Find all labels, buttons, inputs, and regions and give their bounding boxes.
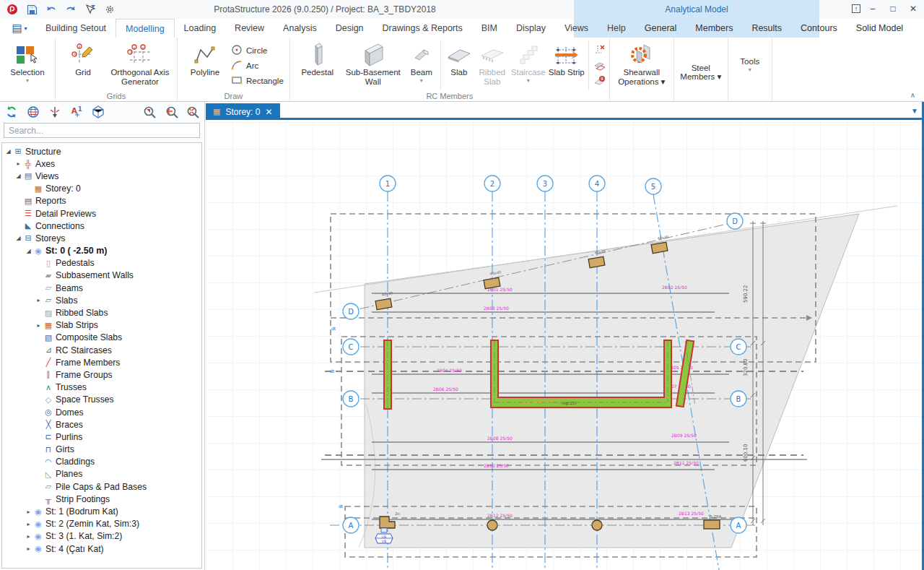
zoom-extents-icon[interactable] [186, 105, 200, 119]
pedestal-button[interactable]: Pedestal [294, 40, 341, 77]
arc-button[interactable]: Arc [229, 58, 286, 73]
tree-item-structure[interactable]: ◢⊞Structure [2, 145, 201, 157]
slab-button[interactable]: Slab [443, 40, 475, 77]
drawing-canvas-area[interactable]: ▦ Storey: 0 ✕ ▼ [206, 102, 924, 570]
collapsed-icon[interactable]: ▸ [25, 521, 32, 527]
tree-item-connections[interactable]: ◣Connections [2, 220, 201, 232]
grid-button[interactable]: Grid [59, 40, 107, 77]
minimize-button[interactable]: – [865, 1, 881, 16]
tab-display[interactable]: Display [507, 19, 555, 38]
tab-list-dropdown-icon[interactable]: ▼ [911, 107, 918, 115]
steel-members-button[interactable]: Steel Members ▾ [678, 40, 724, 87]
tab-bim[interactable]: BIM [472, 19, 507, 38]
collapsed-icon[interactable]: ▸ [35, 297, 43, 303]
redo-icon[interactable] [64, 3, 77, 16]
tree-item-planes[interactable]: ◺Planes [2, 468, 201, 480]
tree-item-braces[interactable]: ╳Braces [2, 418, 201, 431]
tree-item-ribbed-slabs[interactable]: ▨Ribbed Slabs [2, 306, 201, 319]
tree-item-pile-caps-pad-bases[interactable]: ▱Pile Caps & Pad Bases [2, 480, 201, 493]
tree-item-detail-previews[interactable]: ☰Detail Previews [2, 207, 201, 220]
zoom-window-icon[interactable] [143, 105, 157, 119]
save-icon[interactable] [25, 3, 38, 16]
expanded-icon[interactable]: ◢ [14, 173, 22, 179]
tab-drawings-reports[interactable]: Drawings & Reports [373, 19, 472, 38]
tree-item-st-2-zemin-kat-sim-3-[interactable]: ▸◉St: 2 (Zemin Kat, Sim:3) [2, 518, 201, 530]
tab-building-setout[interactable]: Building Setout [36, 19, 116, 38]
tree-item-reports[interactable]: ▤Reports [2, 195, 201, 207]
tree-item-frame-groups[interactable]: ∥Frame Groups [2, 368, 201, 381]
tree-item-frame-members[interactable]: ╱Frame Members [2, 356, 201, 368]
tab-general[interactable]: General [635, 19, 686, 38]
collapsed-icon[interactable]: ▸ [35, 322, 43, 329]
polyline-button[interactable]: Polyline [181, 40, 229, 77]
tree-item-girts[interactable]: ⊓Girts [2, 444, 201, 456]
tree-item-storey-0[interactable]: ▦Storey: 0 [2, 183, 201, 195]
plan-drawing[interactable]: 590.22 320.80 600.10 2B01 25/502B02 25/5… [206, 122, 924, 570]
tree-item-strip-footings[interactable]: ╥Strip Footings [2, 493, 201, 505]
close-button[interactable]: ✕ [905, 1, 921, 16]
tree-item-trusses[interactable]: ∧Trusses [2, 381, 201, 394]
tree-item-axes[interactable]: ▸╬Axes [2, 157, 201, 170]
select-filter-icon[interactable] [84, 3, 97, 16]
shearwall-operations-button[interactable]: Shearwall Operations ▾ [614, 40, 670, 86]
tree-item-st-3-1-kat-sim-2-[interactable]: ▸◉St: 3 (1. Kat, Sim:2) [2, 530, 201, 543]
tree-item-composite-slabs[interactable]: ▧Composite Slabs [2, 332, 201, 344]
tree-item-rc-staircases[interactable]: ⊿RC Staircases [2, 344, 201, 356]
tab-analysis[interactable]: Analysis [274, 19, 326, 38]
ribbon-collapse-icon[interactable]: ∧ [910, 91, 915, 99]
tree-item-domes[interactable]: ◎Domes [2, 406, 201, 418]
tab-results[interactable]: Results [742, 19, 791, 38]
selection-button[interactable]: Selection▾ [4, 40, 51, 84]
refresh-icon[interactable] [4, 105, 18, 119]
tab-members[interactable]: Members [686, 19, 742, 38]
collapsed-icon[interactable]: ▸ [25, 533, 32, 540]
tab-loading[interactable]: Loading [175, 19, 226, 38]
tree-item-st-4-at-kat-[interactable]: ▸◉St: 4 (Çatı Kat) [2, 543, 201, 555]
tab-design[interactable]: Design [326, 19, 373, 38]
collapsed-icon[interactable]: ▸ [25, 545, 32, 552]
tree-item-beams[interactable]: ▱Beams [2, 282, 201, 294]
close-tab-icon[interactable]: ✕ [265, 107, 272, 117]
rectangle-button[interactable]: Rectangle [229, 73, 286, 88]
tree-item-st-0-2-50-m-[interactable]: ◢◉St: 0 ( -2.50 m) [2, 245, 201, 257]
undo-icon[interactable] [45, 3, 58, 16]
app-logo-icon[interactable] [6, 3, 19, 16]
expanded-icon[interactable]: ◢ [25, 248, 32, 254]
tree-item-views[interactable]: ◢▤Views [2, 170, 201, 182]
tab-modelling[interactable]: Modelling [116, 19, 175, 38]
beam-button[interactable]: Beam▾ [405, 40, 438, 84]
tree-item-claddings[interactable]: ◠Claddings [2, 456, 201, 468]
orthogonal-axis-generator-button[interactable]: Orthogonal Axis Generator [107, 40, 173, 86]
application-menu-button[interactable]: ▤▾ [3, 19, 36, 38]
slab-strip-button[interactable]: Slab Strip [547, 40, 586, 77]
circle-button[interactable]: Circle [229, 43, 286, 58]
tab-solid-model[interactable]: Solid Model [847, 19, 912, 38]
view-tab-storey-0[interactable]: ▦ Storey: 0 ✕ [206, 103, 280, 120]
collapsed-icon[interactable]: ▸ [25, 509, 32, 515]
sub-basement-wall-button[interactable]: Sub-Basement Wall [341, 40, 405, 86]
maximize-button[interactable]: □ [885, 1, 901, 16]
tree-item-slab-strips[interactable]: ▸▦Slab Strips [2, 319, 201, 332]
view-cube-icon[interactable] [91, 105, 105, 119]
settings-gear-icon[interactable] [103, 3, 116, 16]
expanded-icon[interactable]: ◢ [4, 148, 12, 155]
globe-icon[interactable] [26, 105, 40, 119]
ribbon-pin-icon[interactable]: ↑ [852, 4, 860, 13]
staircase-button[interactable]: Staircase▾ [510, 40, 547, 84]
tab-help[interactable]: Help [598, 19, 635, 38]
search-input[interactable] [4, 123, 200, 138]
ribbed-slab-button[interactable]: Ribbed Slab [475, 40, 510, 86]
tab-review[interactable]: Review [225, 19, 274, 38]
tab-views[interactable]: Views [555, 19, 598, 38]
axis-release-icon[interactable] [593, 43, 606, 56]
tab-contours[interactable]: Contours [791, 19, 847, 38]
tree-item-space-trusses[interactable]: ◇Space Trusses [2, 394, 201, 406]
tree-item-slabs[interactable]: ▸▱Slabs [2, 294, 201, 306]
member-copy-icon[interactable] [593, 59, 606, 72]
renumber-icon[interactable]: A1 [69, 105, 83, 119]
tree-item-st-1-bodrum-kat-[interactable]: ▸◉St: 1 (Bodrum Kat) [2, 505, 201, 517]
member-renumber-icon[interactable]: 9 [593, 74, 606, 88]
collapsed-icon[interactable]: ▸ [14, 160, 22, 167]
axis-origin-icon[interactable] [48, 105, 61, 119]
tree-item-storeys[interactable]: ◢⊟Storeys [2, 232, 201, 244]
